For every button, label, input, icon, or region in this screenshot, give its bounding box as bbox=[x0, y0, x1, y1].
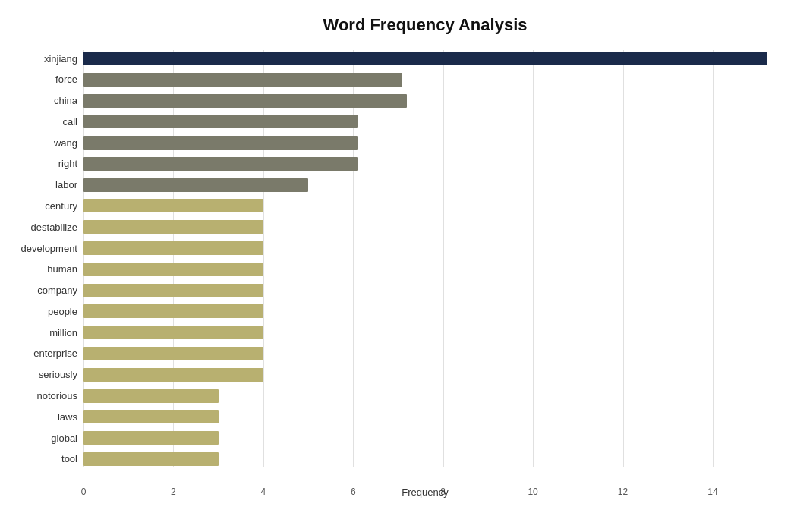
bar bbox=[83, 199, 263, 212]
bar-label: seriously bbox=[2, 369, 77, 380]
bar-row: tool bbox=[83, 451, 767, 467]
bar-label: destabilize bbox=[2, 222, 77, 233]
bar-label: human bbox=[2, 263, 77, 275]
bar-label: tool bbox=[2, 453, 77, 464]
bar-label: china bbox=[2, 95, 77, 106]
bar-label: notorious bbox=[2, 390, 77, 401]
bar-row: global bbox=[83, 430, 767, 446]
chart-area: xinjiangforcechinacallwangrightlaborcent… bbox=[83, 50, 767, 498]
bar bbox=[83, 178, 308, 192]
bar bbox=[83, 241, 263, 255]
bar-label: labor bbox=[2, 179, 77, 190]
bar-row: century bbox=[83, 197, 767, 214]
bar bbox=[83, 326, 263, 339]
bars-wrapper: xinjiangforcechinacallwangrightlaborcent… bbox=[83, 50, 767, 467]
bar-label: right bbox=[2, 158, 77, 169]
bar bbox=[83, 452, 219, 466]
bar-row: call bbox=[83, 113, 767, 130]
bar bbox=[83, 347, 263, 360]
bar-row: million bbox=[83, 324, 767, 341]
bar-row: laws bbox=[83, 408, 767, 425]
bar-label: global bbox=[2, 433, 77, 444]
chart-title: Word Frequency Analysis bbox=[83, 15, 767, 35]
bar-row: destabilize bbox=[83, 219, 767, 235]
bar bbox=[83, 431, 219, 445]
x-axis bbox=[83, 467, 767, 467]
bar-label: enterprise bbox=[2, 348, 77, 359]
bar bbox=[83, 220, 263, 234]
bar-label: century bbox=[2, 200, 77, 212]
bar-row: force bbox=[83, 71, 767, 88]
bar bbox=[83, 368, 263, 382]
bar-row: right bbox=[83, 156, 767, 172]
bar-row: xinjiang bbox=[83, 50, 767, 67]
bar-label: people bbox=[2, 306, 77, 317]
bar-row: notorious bbox=[83, 388, 767, 405]
bar-row: company bbox=[83, 282, 767, 299]
bar-label: call bbox=[2, 116, 77, 127]
bar bbox=[83, 410, 219, 423]
bar bbox=[83, 389, 219, 403]
bar-row: china bbox=[83, 93, 767, 109]
bar bbox=[83, 263, 263, 276]
bar bbox=[83, 73, 402, 87]
bar bbox=[83, 157, 358, 171]
bar bbox=[83, 52, 767, 65]
bar-row: human bbox=[83, 261, 767, 278]
bar-row: people bbox=[83, 303, 767, 320]
bar bbox=[83, 136, 358, 150]
bar-label: million bbox=[2, 327, 77, 338]
bar-label: laws bbox=[2, 411, 77, 423]
bar-label: xinjiang bbox=[2, 53, 77, 65]
bar bbox=[83, 94, 407, 108]
bar-label: company bbox=[2, 285, 77, 296]
chart-container: Word Frequency Analysis xinjiangforcechi… bbox=[0, 0, 797, 532]
bar-row: seriously bbox=[83, 367, 767, 383]
bar-row: development bbox=[83, 240, 767, 257]
bar-row: wang bbox=[83, 134, 767, 151]
bar-label: development bbox=[2, 243, 77, 254]
bar bbox=[83, 304, 263, 318]
bar bbox=[83, 115, 358, 128]
bar-label: force bbox=[2, 74, 77, 85]
bar-row: enterprise bbox=[83, 345, 767, 362]
bar bbox=[83, 284, 263, 297]
bar-row: labor bbox=[83, 177, 767, 194]
x-axis-label: Frequency bbox=[83, 486, 767, 498]
bar-label: wang bbox=[2, 137, 77, 149]
